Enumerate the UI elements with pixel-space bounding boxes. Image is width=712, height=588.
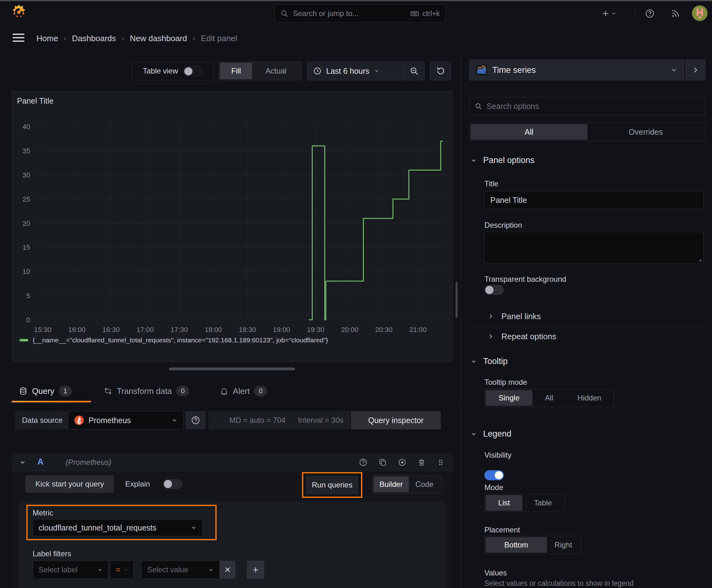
tab-overrides[interactable]: Overrides — [587, 124, 704, 140]
query-row-header[interactable]: A (Prometheus) — [12, 453, 453, 471]
legend-table-option[interactable]: Table — [522, 495, 563, 511]
breadcrumb: Home › Dashboards › New dashboard › Edit… — [37, 26, 237, 51]
tab-query[interactable]: Query 1 — [19, 383, 72, 399]
main-scrollbar[interactable] — [455, 282, 458, 318]
datasource-label: Data source — [15, 411, 69, 429]
datasource-picker[interactable]: Prometheus — [68, 411, 184, 429]
grafana-logo-icon — [11, 4, 27, 20]
query-inspector-button[interactable]: Query inspector — [351, 411, 441, 429]
panel-options-title: Panel options — [483, 155, 535, 165]
chevron-down-icon — [471, 358, 477, 365]
metric-select[interactable]: cloudflared_tunnel_total_requests — [33, 519, 203, 536]
query-ref-id[interactable]: A — [37, 457, 44, 467]
add-menu-button[interactable] — [601, 4, 617, 23]
tooltip-hidden-option[interactable]: Hidden — [566, 390, 613, 406]
search-options-field[interactable] — [469, 97, 706, 115]
add-filter-button[interactable]: + — [247, 561, 264, 579]
legend-section-header[interactable]: Legend — [471, 429, 511, 439]
breadcrumb-separator: › — [193, 34, 195, 43]
operator-dropdown[interactable]: = — [110, 561, 134, 579]
toggle-viz-picker-button[interactable] — [685, 60, 706, 80]
breadcrumb-dashboards[interactable]: Dashboards — [72, 34, 116, 43]
select-label-dropdown[interactable]: Select label — [33, 561, 109, 579]
datasource-help-button[interactable] — [186, 411, 206, 429]
zoom-out-button[interactable] — [404, 66, 425, 76]
max-data-points-stat: MD = auto = 704 — [229, 416, 285, 425]
delete-query-icon[interactable] — [417, 458, 426, 467]
time-range-button[interactable]: Last 6 hours — [307, 67, 404, 76]
news-button[interactable] — [667, 4, 684, 23]
builder-option[interactable]: Builder — [373, 477, 409, 492]
refresh-button[interactable] — [430, 62, 451, 80]
global-search-input[interactable]: ctrl+k — [274, 4, 446, 23]
table-view-toggle[interactable] — [183, 66, 202, 76]
visualization-picker[interactable]: Time series — [469, 60, 684, 80]
breadcrumb-home[interactable]: Home — [37, 34, 58, 43]
y-axis-tick-label: 15 — [23, 244, 30, 251]
run-queries-button[interactable]: Run queries — [306, 476, 358, 494]
section-divider — [469, 346, 706, 347]
remove-filter-button[interactable]: ✕ — [220, 561, 235, 579]
datasource-value: Prometheus — [88, 416, 131, 425]
chevron-right-icon[interactable] — [215, 417, 217, 424]
section-divider — [469, 419, 706, 420]
legend-right-option[interactable]: Right — [547, 537, 580, 553]
explain-toggle[interactable] — [163, 479, 182, 489]
drag-handle-icon[interactable] — [437, 458, 445, 467]
grafana-logo[interactable] — [11, 4, 27, 20]
select-value-dropdown[interactable]: Select value — [141, 561, 220, 579]
x-axis-tick-label: 15:30 — [34, 326, 51, 334]
panel-title-input[interactable] — [484, 191, 704, 209]
fill-option[interactable]: Fill — [220, 63, 252, 79]
legend-visibility-toggle[interactable] — [484, 470, 504, 480]
repeat-options-section[interactable]: Repeat options — [488, 327, 556, 346]
disable-query-icon[interactable] — [398, 458, 407, 467]
legend-bottom-option[interactable]: Bottom — [486, 537, 547, 553]
tab-query-label: Query — [32, 386, 54, 396]
legend-series-label[interactable]: {__name__="cloudflared_tunnel_total_requ… — [33, 336, 328, 344]
panel-options-section-header[interactable]: Panel options — [471, 155, 535, 165]
resize-corner-icon[interactable] — [696, 257, 702, 262]
tab-all-options[interactable]: All — [471, 124, 587, 140]
tooltip-mode-label: Tooltip mode — [484, 378, 527, 387]
metric-label: Metric — [33, 508, 53, 517]
time-series-viz-icon — [476, 64, 487, 76]
tab-alert[interactable]: Alert 0 — [220, 383, 267, 399]
panel-links-label: Panel links — [501, 312, 541, 321]
time-series-chart[interactable]: 051015202530354015:3016:0016:3017:0017:3… — [12, 91, 453, 361]
code-option[interactable]: Code — [409, 477, 440, 492]
panel-resize-handle[interactable] — [169, 368, 295, 370]
tooltip-single-option[interactable]: Single — [486, 390, 533, 406]
breadcrumb-new-dashboard[interactable]: New dashboard — [130, 34, 187, 43]
tooltip-all-option[interactable]: All — [533, 390, 565, 406]
fill-actual-switch: Fill Actual — [219, 62, 302, 80]
user-avatar[interactable] — [692, 5, 708, 21]
help-button[interactable] — [641, 4, 659, 23]
y-axis-tick-label: 40 — [23, 123, 30, 131]
kick-start-query-button[interactable]: Kick start your query — [25, 475, 114, 493]
transparent-background-toggle[interactable] — [484, 285, 504, 295]
chevron-down-icon — [471, 431, 477, 437]
tab-transform-data[interactable]: Transform data 0 — [104, 383, 189, 399]
duplicate-query-icon[interactable] — [378, 458, 387, 467]
chevron-right-icon — [488, 313, 494, 319]
menu-toggle-button[interactable] — [13, 34, 24, 42]
rss-icon — [671, 8, 681, 19]
interval-stat: Interval = 30s — [298, 416, 343, 425]
x-axis-tick-label: 16:00 — [68, 326, 85, 334]
search-options-input[interactable] — [487, 102, 700, 111]
breadcrumb-bar: Home › Dashboards › New dashboard › Edit… — [0, 26, 712, 51]
panel-links-section[interactable]: Panel links — [488, 306, 541, 327]
query-help-icon[interactable] — [359, 458, 368, 467]
legend-list-option[interactable]: List — [486, 495, 522, 511]
search-input[interactable] — [293, 9, 406, 18]
legend-placement-switch: Bottom Right — [484, 536, 581, 554]
collapse-query-icon[interactable] — [19, 459, 26, 466]
x-axis-tick-label: 17:00 — [136, 326, 154, 334]
chevron-right-icon — [692, 66, 699, 74]
actual-option[interactable]: Actual — [252, 63, 300, 79]
tooltip-section-header[interactable]: Tooltip — [471, 357, 508, 366]
x-axis-tick-label: 18:30 — [239, 326, 256, 334]
time-range-label: Last 6 hours — [326, 67, 369, 76]
description-textarea[interactable] — [484, 232, 704, 264]
